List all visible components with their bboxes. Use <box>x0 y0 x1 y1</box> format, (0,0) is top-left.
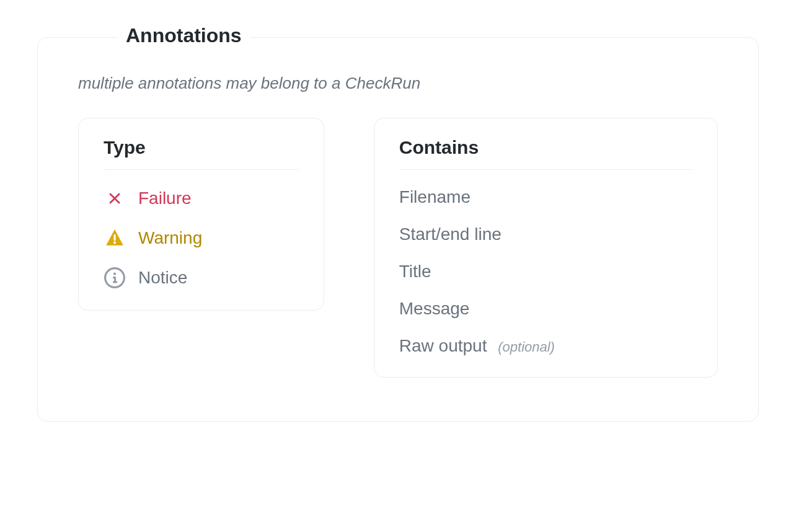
x-icon <box>104 187 126 210</box>
contains-card-title: Contains <box>399 137 692 170</box>
type-item-notice: Notice <box>104 267 299 289</box>
type-card: Type Failure Warning <box>78 118 324 311</box>
contains-card: Contains Filename Start/end line Title M… <box>374 118 718 378</box>
contains-item-filename: Filename <box>399 187 692 207</box>
type-card-title: Type <box>104 137 299 170</box>
type-label-failure: Failure <box>138 188 192 208</box>
type-label-warning: Warning <box>138 228 202 248</box>
type-label-notice: Notice <box>138 268 187 288</box>
raw-output-note: (optional) <box>498 339 555 355</box>
info-icon <box>104 267 126 289</box>
contains-item-raw-output: Raw output (optional) <box>399 336 692 356</box>
contains-item-start-end-line: Start/end line <box>399 224 692 244</box>
annotations-panel: Annotations multiple annotations may bel… <box>37 37 759 422</box>
raw-output-label: Raw output <box>399 336 487 355</box>
type-item-failure: Failure <box>104 187 299 210</box>
panel-title: Annotations <box>117 24 250 47</box>
panel-subtitle: multiple annotations may belong to a Che… <box>78 74 718 93</box>
cards-row: Type Failure Warning <box>78 118 718 378</box>
alert-triangle-icon <box>104 227 126 249</box>
contains-item-title: Title <box>399 262 692 282</box>
contains-item-message: Message <box>399 299 692 319</box>
type-item-warning: Warning <box>104 227 299 249</box>
